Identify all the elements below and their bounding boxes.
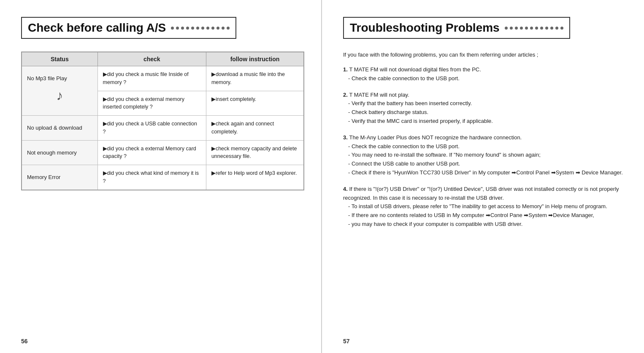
page-number-left: 56 [21,338,28,345]
dots-decoration-right [505,27,563,30]
table-row: No Mp3 file Play ♪ ▶did you check a musi… [22,66,304,91]
trouble-item-3: 3. The M-Any Loader Plus does NOT recogn… [343,133,627,177]
troubleshoot-intro: If you face with the following problems,… [343,52,627,58]
right-section-header: Troubleshooting Problems [343,17,570,39]
check-table: Status check follow instruction No Mp3 f… [21,52,304,190]
instruction-cell: ▶check again and connect completely. [206,116,304,141]
dots-decoration [171,27,230,30]
trouble-item-1: 1. T MATE FM will not download digital f… [343,65,627,83]
col-instruction: follow instruction [206,52,304,66]
instruction-cell: ▶download a music file into the memory. [206,66,304,91]
left-page: Check before calling A/S Status check fo… [0,0,322,353]
table-row: Memory Error ▶did you check what kind of… [22,165,304,190]
player-icon: ♪ [27,85,92,106]
check-cell: ▶did you check a external memory inserte… [97,91,206,116]
check-cell: ▶did you check what kind of memory it is… [97,165,206,190]
right-title: Troubleshooting Problems [350,21,500,35]
page-number-right: 57 [343,338,350,345]
status-cell: Not enough memory [22,140,97,165]
right-page: Troubleshooting Problems If you face wit… [322,0,644,353]
trouble-item-4: 4. If there is "!(or?) USB Driver" or "!… [343,185,627,229]
status-cell: Memory Error [22,165,97,190]
col-check: check [97,52,206,66]
status-cell: No upload & download [22,116,97,141]
left-section-header: Check before calling A/S [21,17,236,39]
col-status: Status [22,52,97,66]
status-cell: No Mp3 file Play ♪ [22,66,97,116]
check-cell: ▶did you check a USB cable connection ? [97,116,206,141]
table-row: Not enough memory ▶did you check a exter… [22,140,304,165]
instruction-cell: ▶check memory capacity and delete unnece… [206,140,304,165]
instruction-cell: ▶refer to Help word of Mp3 explorer. [206,165,304,190]
left-title: Check before calling A/S [28,21,166,35]
check-cell: ▶did you check a music file Inside of me… [97,66,206,91]
instruction-cell: ▶insert completely. [206,91,304,116]
check-cell: ▶did you check a external Memory card ca… [97,140,206,165]
table-row: No upload & download ▶did you check a US… [22,116,304,141]
trouble-item-2: 2. T MATE FM will not play. - Verify tha… [343,91,627,126]
